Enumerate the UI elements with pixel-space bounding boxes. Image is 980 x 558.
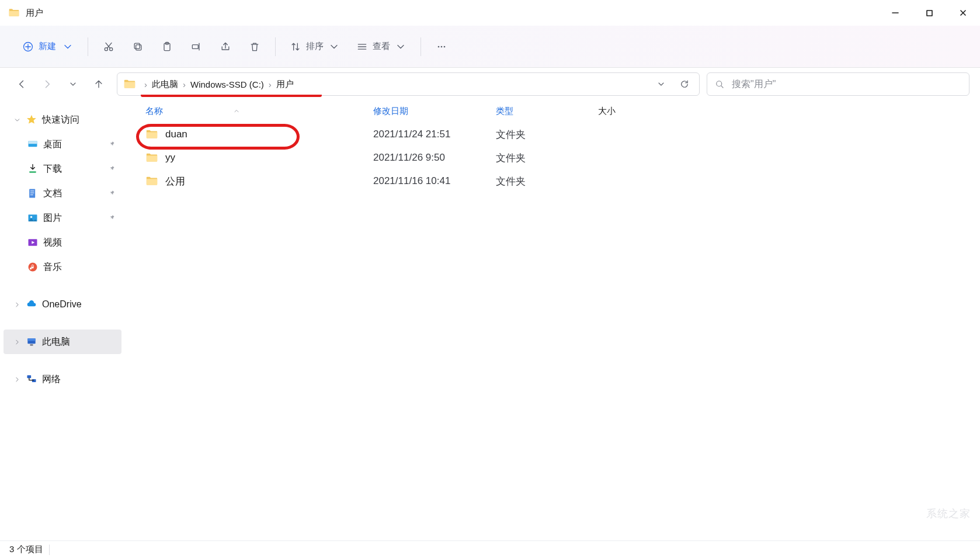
copy-button[interactable] [126,36,150,58]
sort-button[interactable]: 排序 [284,36,346,58]
expand-icon[interactable] [13,116,21,124]
pin-icon [109,140,117,150]
nav-music[interactable]: 音乐 [4,255,121,279]
svg-rect-5 [134,43,140,48]
this-pc-icon [26,336,37,348]
delete-button[interactable] [242,36,267,58]
nav-label: 下载 [43,163,62,175]
maximize-button[interactable] [912,0,946,26]
svg-rect-16 [29,189,35,198]
status-item-count: 3 个项目 [9,544,43,555]
expand-icon[interactable] [13,376,21,383]
minimize-button[interactable] [878,0,912,26]
svg-rect-28 [32,379,36,382]
file-modified: 2021/11/16 10:41 [373,175,496,187]
pin-icon [109,189,117,199]
nav-onedrive[interactable]: OneDrive [4,292,121,317]
nav-label: 音乐 [43,261,62,273]
nav-documents[interactable]: 文档 [4,181,121,206]
window-title: 用户 [26,8,43,19]
watermark: 系统之家 [926,507,971,521]
nav-videos[interactable]: 视频 [4,230,121,255]
nav-downloads[interactable]: 下载 [4,157,121,181]
file-modified: 2021/11/24 21:51 [373,129,496,140]
star-icon [26,114,37,126]
search-input[interactable] [732,79,962,89]
forward-button[interactable] [36,73,58,95]
nav-label: 图片 [43,212,62,224]
onedrive-icon [26,299,37,310]
search-bar[interactable] [707,72,969,96]
svg-rect-25 [27,338,35,341]
up-button[interactable] [88,73,110,95]
breadcrumb-part[interactable]: 用户 [275,79,295,90]
nav-label: 此电脑 [42,336,70,348]
expand-icon[interactable] [13,338,21,346]
sort-indicator-icon [233,106,240,116]
close-button[interactable] [946,0,980,26]
videos-icon [27,237,39,248]
rename-button[interactable] [184,36,208,58]
svg-rect-17 [30,190,34,192]
file-row[interactable]: yy2021/11/26 9:50文件夹 [126,146,980,169]
music-icon [27,261,39,273]
folder-icon [145,128,158,141]
svg-point-10 [441,46,443,47]
column-header-type[interactable]: 类型 [496,106,598,117]
file-type: 文件夹 [496,128,598,141]
column-header-name[interactable]: 名称 [145,106,373,117]
folder-icon [145,151,158,164]
titlebar-folder-icon [8,7,20,19]
svg-rect-14 [29,141,37,144]
nav-label: 文档 [43,188,62,200]
documents-icon [27,188,39,199]
desktop-icon [27,138,39,150]
more-button[interactable] [429,36,454,58]
toolbar-divider [88,37,88,56]
refresh-button[interactable] [675,74,694,94]
cut-button[interactable] [96,36,121,58]
network-icon [26,373,37,385]
svg-rect-18 [30,192,34,193]
svg-rect-0 [927,11,932,16]
breadcrumb-sep-icon: › [141,79,151,89]
file-row[interactable]: 公用2021/11/16 10:41文件夹 [126,169,980,193]
paste-button[interactable] [155,36,179,58]
window-controls [878,0,980,26]
back-button[interactable] [11,73,33,95]
nav-label: OneDrive [42,299,82,310]
column-header-name-label: 名称 [145,106,163,117]
file-list-pane: 名称 修改日期 类型 大小 duan2021/11/24 21:51文件夹yy2… [126,100,980,540]
downloads-icon [27,163,39,175]
breadcrumb-part[interactable]: Windows-SSD (C:) [189,79,265,89]
navigation-pane: 快速访问 桌面 下载 文档 图片 视频 音乐 [0,100,126,540]
column-header-modified[interactable]: 修改日期 [373,106,496,117]
share-button[interactable] [213,36,238,58]
view-button[interactable]: 查看 [350,36,412,58]
search-icon [714,79,725,89]
view-button-label: 查看 [373,41,390,52]
nav-label: 视频 [43,237,62,249]
nav-desktop[interactable]: 桌面 [4,132,121,157]
breadcrumb-sep-icon: › [179,79,189,89]
new-button-label: 新建 [39,41,56,52]
file-type: 文件夹 [496,151,598,165]
nav-pictures[interactable]: 图片 [4,206,121,230]
address-bar[interactable]: › 此电脑 › Windows-SSD (C:) › 用户 [117,72,700,96]
recent-locations-button[interactable] [62,73,84,95]
nav-network[interactable]: 网络 [4,367,121,391]
breadcrumb-part[interactable]: 此电脑 [151,79,179,90]
file-row[interactable]: duan2021/11/24 21:51文件夹 [126,123,980,146]
nav-quick-access[interactable]: 快速访问 [4,108,121,132]
main-split: 快速访问 桌面 下载 文档 图片 视频 音乐 [0,100,980,540]
expand-icon[interactable] [13,301,21,309]
nav-this-pc[interactable]: 此电脑 [4,330,121,354]
new-button[interactable]: 新建 [16,36,79,58]
pictures-icon [27,212,39,224]
file-modified: 2021/11/26 9:50 [373,152,496,164]
sort-button-label: 排序 [306,41,324,52]
address-history-button[interactable] [651,74,671,94]
file-name: yy [165,152,175,164]
column-header-size[interactable]: 大小 [598,106,680,117]
navigation-row: › 此电脑 › Windows-SSD (C:) › 用户 [0,68,980,100]
